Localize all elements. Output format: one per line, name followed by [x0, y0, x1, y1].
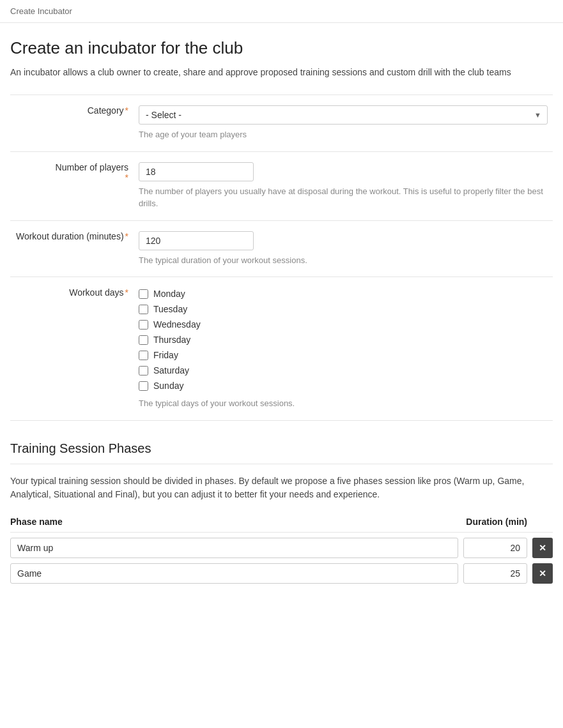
- workout-days-row: Workout days * Monday Tuesday: [10, 277, 553, 421]
- phases-divider: [10, 464, 553, 464]
- phases-section-title: Training Session Phases: [10, 441, 553, 456]
- players-label: Number of players: [56, 162, 128, 172]
- day-wednesday[interactable]: Wednesday: [139, 319, 548, 330]
- phase-name-input-0[interactable]: [10, 538, 458, 558]
- players-row: Number of players * 18 The number of pla…: [10, 151, 553, 220]
- phase-name-input-1[interactable]: [10, 563, 458, 584]
- phase-row: ✕: [10, 563, 553, 584]
- day-friday[interactable]: Friday: [139, 350, 548, 360]
- phases-table-header: Phase name Duration (min): [10, 512, 553, 533]
- day-saturday[interactable]: Saturday: [139, 365, 548, 375]
- col-phase-name: Phase name: [10, 517, 451, 527]
- workout-days-hint: The typical days of your workout session…: [139, 397, 548, 410]
- day-monday[interactable]: Monday: [139, 289, 548, 299]
- page-title: Create an incubator for the club: [10, 38, 553, 58]
- players-required: *: [125, 172, 128, 183]
- duration-row: Workout duration (minutes) * 120 The typ…: [10, 220, 553, 277]
- checkbox-sunday[interactable]: [139, 381, 148, 391]
- phase-delete-button-0[interactable]: ✕: [532, 538, 553, 558]
- breadcrumb-bar: Create Incubator: [0, 0, 563, 23]
- workout-days-label: Workout days: [69, 287, 123, 298]
- category-select[interactable]: - Select - U8 U10 U12 U14 U16 U18 Senior: [139, 105, 548, 125]
- phase-duration-input-0[interactable]: [463, 538, 527, 558]
- day-tuesday[interactable]: Tuesday: [139, 304, 548, 314]
- players-input[interactable]: 18: [139, 162, 254, 181]
- category-hint: The age of your team players: [139, 128, 548, 141]
- category-required: *: [125, 105, 128, 116]
- intro-text: An incubator allows a club owner to crea…: [10, 66, 553, 79]
- checkbox-thursday[interactable]: [139, 335, 148, 345]
- players-hint: The number of players you usually have a…: [139, 185, 548, 210]
- phase-delete-button-1[interactable]: ✕: [532, 563, 553, 584]
- phases-list: ✕✕: [10, 538, 553, 584]
- category-row: Category * - Select - U8 U10 U12 U14 U16…: [10, 95, 553, 152]
- phase-row: ✕: [10, 538, 553, 558]
- checkbox-tuesday[interactable]: [139, 305, 148, 314]
- checkbox-friday[interactable]: [139, 351, 148, 360]
- day-thursday[interactable]: Thursday: [139, 335, 548, 345]
- category-select-wrapper[interactable]: - Select - U8 U10 U12 U14 U16 U18 Senior: [139, 105, 548, 125]
- workout-days-checkboxes: Monday Tuesday Wednesday Thursday: [139, 289, 548, 391]
- phase-duration-input-1[interactable]: [463, 563, 527, 584]
- workout-days-required: *: [125, 287, 128, 298]
- phases-description: Your typical training session should be …: [10, 474, 553, 501]
- duration-input[interactable]: 120: [139, 231, 254, 250]
- day-sunday[interactable]: Sunday: [139, 381, 548, 391]
- duration-hint: The typical duration of your workout ses…: [139, 254, 548, 267]
- checkbox-saturday[interactable]: [139, 366, 148, 375]
- col-duration: Duration (min): [451, 517, 553, 527]
- duration-required: *: [125, 231, 128, 241]
- duration-label: Workout duration (minutes): [16, 231, 124, 241]
- checkbox-monday[interactable]: [139, 289, 148, 299]
- category-label: Category: [88, 105, 124, 116]
- breadcrumb-text: Create Incubator: [10, 6, 72, 16]
- checkbox-wednesday[interactable]: [139, 320, 148, 330]
